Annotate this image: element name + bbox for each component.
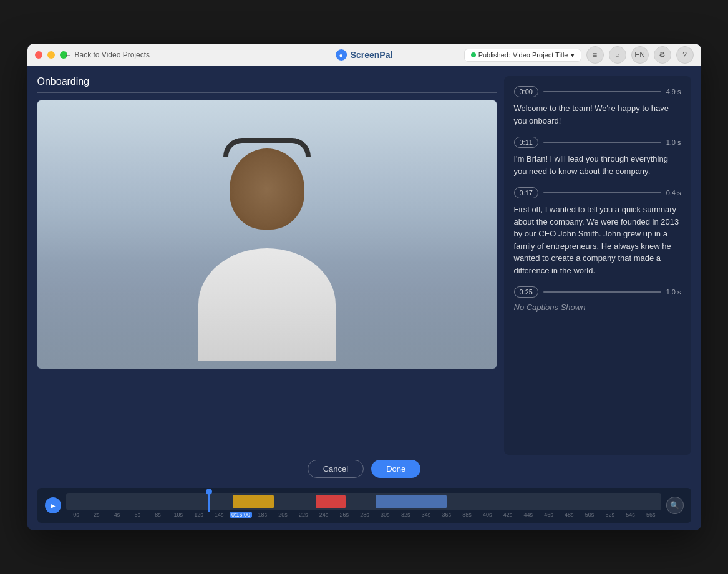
logo-icon: ● [336,49,347,61]
ruler-18s: 18s [252,512,273,518]
ruler-34s: 34s [416,512,437,518]
timeline-container: ▶ 0s 2s 4s 6s [37,488,691,523]
segment-blue [376,495,447,508]
settings-btn[interactable]: ⚙ [654,46,671,64]
published-badge: Published: Video Project Title ▾ [464,49,581,62]
video-panel: Onboarding [37,76,497,455]
caption-duration-4: 1.0 s [666,288,681,296]
done-button[interactable]: Done [371,460,420,478]
ruler-0s: 0s [66,512,87,518]
time-badge-4: 0:25 [514,286,538,298]
play-icon: ▶ [51,502,56,509]
app-logo: ● ScreenPal [336,49,393,61]
timeline-search-button[interactable]: 🔍 [666,497,684,514]
dropdown-arrow-icon: ▾ [571,51,575,59]
segment-red [316,495,346,508]
back-label: Back to Video Projects [75,51,150,59]
caption-header-1: 0:00 4.9 s [514,86,681,97]
logo-text: ScreenPal [351,50,393,60]
caption-line-3 [543,192,661,193]
ruler-46s: 46s [538,512,559,518]
traffic-light-red[interactable] [35,51,42,59]
caption-header-2: 0:11 1.0 s [514,137,681,148]
caption-duration-2: 1.0 s [666,139,681,146]
help-btn[interactable]: ? [676,46,694,64]
app-window: ← Back to Video Projects ● ScreenPal Pub… [27,44,701,530]
published-label: Published: [478,51,510,59]
caption-line-4 [543,291,661,293]
back-to-projects-button[interactable]: ← Back to Video Projects [65,51,150,59]
ruler-14s: 14s [209,512,230,518]
traffic-light-yellow[interactable] [47,51,55,59]
ruler-52s: 52s [599,512,620,518]
segment-yellow [233,495,274,508]
ruler-4s: 4s [107,512,127,518]
title-bar: ← Back to Video Projects ● ScreenPal Pub… [27,44,701,66]
playhead[interactable] [208,491,210,512]
caption-line-2 [543,142,661,143]
timeline-bar [66,493,661,510]
caption-text-3[interactable]: First off, I wanted to tell you a quick … [514,203,681,276]
ruler-42s: 42s [498,512,518,518]
cancel-button[interactable]: Cancel [308,460,364,478]
time-badge-1: 0:00 [514,86,538,97]
menu-icon: ≡ [593,51,597,59]
time-badge-3: 0:17 [514,187,538,198]
search-icon: 🔍 [670,501,679,510]
ruler-20s: 20s [273,512,293,518]
published-dot [471,52,476,57]
ruler-54s: 54s [620,512,641,518]
caption-duration-1: 4.9 s [666,88,681,95]
ruler-48s: 48s [559,512,580,518]
timeline-wrapper: ▶ 0s 2s 4s 6s [45,493,684,518]
language-label: EN [634,51,645,59]
ruler-10s: 10s [168,512,188,518]
person-body-graphic [198,248,336,361]
ruler-8s: 8s [148,512,168,518]
ruler-22s: 22s [293,512,314,518]
avatar-btn[interactable]: ○ [609,46,626,64]
caption-line-1 [543,91,661,92]
caption-item-1: 0:00 4.9 s Welcome to the team! We're ha… [514,86,681,127]
captions-panel: 0:00 4.9 s Welcome to the team! We're ha… [504,76,691,455]
video-title: Onboarding [37,76,497,93]
ruler-30s: 30s [375,512,396,518]
caption-header-3: 0:17 0.4 s [514,187,681,198]
ruler-6s: 6s [127,512,148,518]
ruler-12s: 12s [188,512,209,518]
ruler-24s: 24s [314,512,334,518]
no-captions-label: No Captions Shown [514,303,681,312]
person-head-graphic [230,148,304,230]
ruler-36s: 36s [436,512,457,518]
timeline-inner[interactable]: 0s 2s 4s 6s 8s 10s 12s 14s 0:16:00 18s 2… [66,493,661,518]
caption-item-4: 0:25 1.0 s No Captions Shown [514,286,681,312]
help-icon: ? [682,51,687,59]
ruler-32s: 32s [396,512,416,518]
main-content: Onboarding 0:00 4.9 [27,66,701,530]
ruler-38s: 38s [457,512,477,518]
ruler-44s: 44s [518,512,538,518]
play-button[interactable]: ▶ [45,497,61,513]
back-arrow-icon: ← [65,51,72,59]
language-btn[interactable]: EN [631,46,649,64]
ruler-row: 0s 2s 4s 6s 8s 10s 12s 14s 0:16:00 18s 2… [66,512,661,518]
settings-icon: ⚙ [659,51,666,59]
ruler-56s: 56s [641,512,661,518]
caption-header-4: 0:25 1.0 s [514,286,681,298]
ruler-2s: 2s [86,512,107,518]
caption-text-1[interactable]: Welcome to the team! We're happy to have… [514,102,681,127]
ruler-26s: 26s [334,512,354,518]
caption-duration-3: 0.4 s [666,189,681,197]
caption-item-2: 0:11 1.0 s I'm Brian! I will lead you th… [514,137,681,177]
menu-icon-btn[interactable]: ≡ [586,46,604,64]
time-badge-2: 0:11 [514,137,538,148]
caption-item-3: 0:17 0.4 s First off, I wanted to tell y… [514,187,681,276]
content-body: Onboarding 0:00 4.9 [27,66,701,455]
avatar-icon: ○ [615,51,619,59]
video-frame [37,100,497,369]
ruler-40s: 40s [477,512,498,518]
video-container [37,100,497,369]
caption-text-2[interactable]: I'm Brian! I will lead you through every… [514,153,681,177]
timeline-area: ▶ 0s 2s 4s 6s [27,483,701,530]
ruler-current: 0:16:00 [230,512,253,518]
